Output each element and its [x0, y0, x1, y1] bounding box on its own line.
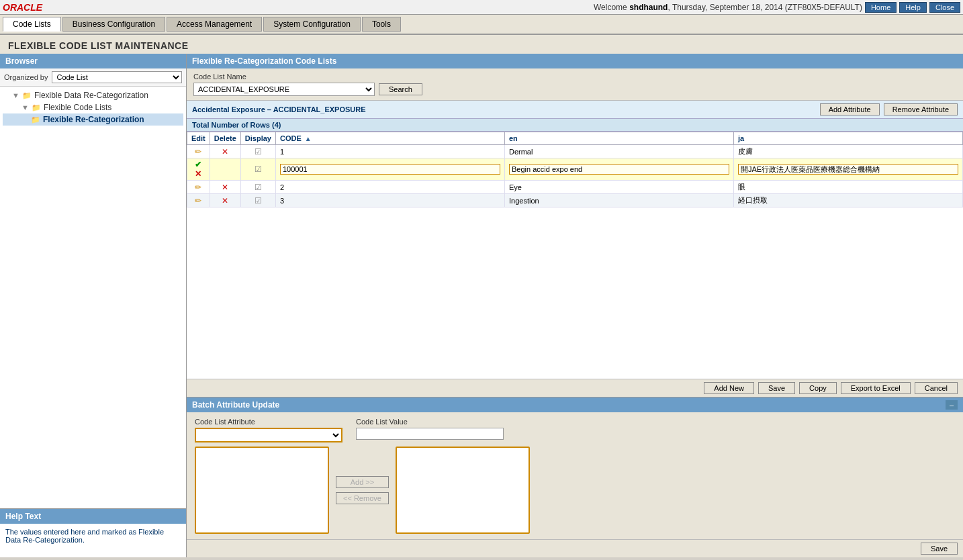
- en-cell-2-editing[interactable]: [504, 158, 733, 181]
- batch-value-input[interactable]: [356, 428, 504, 440]
- export-button[interactable]: Export to Excel: [841, 382, 911, 394]
- top-bar: ORACLE Welcome shdhaund, Thursday, Septe…: [0, 0, 963, 15]
- add-attribute-button[interactable]: Add Attribute: [820, 103, 880, 115]
- tree-item-root[interactable]: ▼ 📁 Flexible Data Re-Categorization: [3, 89, 183, 101]
- display-check-1[interactable]: ☑: [255, 147, 262, 156]
- batch-attribute-field: Code List Attribute: [195, 418, 342, 442]
- display-check-3[interactable]: ☑: [255, 183, 262, 192]
- table-row: ✏ ✕ ☑ 3 Ingestion 経口摂取: [187, 194, 963, 207]
- tree-label-sub2: Flexible Re-Categorization: [43, 115, 144, 124]
- tab-tools[interactable]: Tools: [362, 17, 401, 32]
- batch-target-list[interactable]: [396, 447, 530, 534]
- batch-attribute-select[interactable]: [195, 428, 342, 442]
- batch-add-button[interactable]: Add >>: [336, 476, 389, 488]
- add-new-button[interactable]: Add New: [704, 382, 754, 394]
- code-cell-4: 3: [275, 194, 504, 207]
- tab-business-config[interactable]: Business Configuration: [62, 17, 165, 32]
- cancel-icon-2[interactable]: ✕: [195, 169, 201, 179]
- edit-icon-4[interactable]: ✏: [195, 196, 201, 205]
- batch-save-bar: Save: [187, 539, 963, 557]
- close-button[interactable]: Close: [929, 2, 960, 13]
- code-cell-3: 2: [275, 181, 504, 194]
- ja-cell-3: 眼: [733, 181, 962, 194]
- col-header-delete: Delete: [210, 132, 240, 145]
- table-header-row: Edit Delete Display CODE ▲ en ja: [187, 132, 963, 145]
- batch-header: Batch Attribute Update –: [187, 398, 963, 412]
- batch-value-label: Code List Value: [356, 418, 504, 426]
- ja-input-2[interactable]: [738, 164, 958, 175]
- row-count: Total Number of Rows (4): [187, 119, 963, 132]
- tree-label-root: Flexible Data Re-Categorization: [34, 91, 148, 100]
- save-table-button[interactable]: Save: [758, 382, 795, 394]
- tree-item-sub1[interactable]: ▼ 📁 Flexible Code Lists: [3, 101, 183, 113]
- batch-lists-row: Add >> << Remove: [195, 447, 955, 534]
- sidebar: Browser Organized by Code List ▼ 📁 Flexi…: [0, 54, 187, 557]
- ja-cell-2-editing[interactable]: [733, 158, 962, 181]
- grid-container[interactable]: Edit Delete Display CODE ▲ en ja ✏ ✕: [187, 132, 963, 379]
- delete-icon-4[interactable]: ✕: [222, 196, 228, 205]
- main-layout: Browser Organized by Code List ▼ 📁 Flexi…: [0, 54, 963, 557]
- remove-attribute-button[interactable]: Remove Attribute: [884, 103, 958, 115]
- col-header-display: Display: [240, 132, 275, 145]
- folder-icon-sub2: 📁: [31, 115, 40, 124]
- table-row: ✏ ✕ ☑ 1 Dermal 皮膚: [187, 145, 963, 158]
- delete-icon-1[interactable]: ✕: [222, 147, 228, 156]
- batch-remove-button[interactable]: << Remove: [336, 492, 389, 504]
- action-bar: Add New Save Copy Export to Excel Cancel: [187, 379, 963, 397]
- oracle-logo: ORACLE: [3, 2, 42, 13]
- batch-save-button[interactable]: Save: [921, 543, 958, 555]
- search-button[interactable]: Search: [379, 83, 422, 95]
- table-title: Accidental Exposure – ACCIDENTAL_EXPOSUR…: [192, 105, 366, 113]
- col-header-en: en: [504, 132, 733, 145]
- col-header-edit: Edit: [187, 132, 210, 145]
- help-text-section: Help Text: [0, 508, 186, 524]
- ja-cell-4: 経口摂取: [733, 194, 962, 207]
- delete-icon-3[interactable]: ✕: [222, 183, 228, 192]
- help-text-content: The values entered here and marked as Fl…: [0, 524, 186, 557]
- page-title-bar: FLEXIBLE CODE LIST MAINTENANCE: [0, 35, 963, 54]
- batch-minimize-button[interactable]: –: [946, 400, 958, 410]
- code-input-2[interactable]: [280, 164, 500, 175]
- top-right: Welcome shdhaund, Thursday, September 18…: [594, 2, 960, 13]
- collapse-icon-sub1: ▼: [21, 103, 29, 111]
- attr-buttons: Add Attribute Remove Attribute: [820, 103, 958, 115]
- folder-icon-sub1: 📁: [32, 103, 41, 112]
- code-cell-2-editing[interactable]: [275, 158, 504, 181]
- collapse-icon: ▼: [12, 91, 19, 99]
- tab-system-config[interactable]: System Configuration: [263, 17, 361, 32]
- en-cell-1: Dermal: [504, 145, 733, 158]
- code-cell-1: 1: [275, 145, 504, 158]
- en-cell-3: Eye: [504, 181, 733, 194]
- folder-icon: 📁: [22, 91, 32, 100]
- table-section: Accidental Exposure – ACCIDENTAL_EXPOSUR…: [187, 101, 963, 397]
- display-check-2[interactable]: ☑: [255, 165, 262, 174]
- organized-by-row: Organized by Code List: [0, 68, 186, 87]
- table-row: ✏ ✕ ☑ 2 Eye 眼: [187, 181, 963, 194]
- tab-access-mgmt[interactable]: Access Management: [167, 17, 262, 32]
- batch-value-field: Code List Value: [356, 418, 504, 442]
- home-button[interactable]: Home: [865, 2, 897, 13]
- tab-code-lists[interactable]: Code Lists: [3, 17, 61, 32]
- edit-icon-3[interactable]: ✏: [195, 183, 201, 192]
- flexible-recode-header: Flexible Re-Categorization Code Lists: [187, 54, 963, 68]
- cancel-button[interactable]: Cancel: [915, 382, 958, 394]
- batch-attribute-label: Code List Attribute: [195, 418, 342, 426]
- tree-item-sub2[interactable]: 📁 Flexible Re-Categorization: [3, 113, 183, 126]
- en-cell-4: Ingestion: [504, 194, 733, 207]
- edit-icon-1[interactable]: ✏: [195, 147, 201, 156]
- welcome-text: Welcome shdhaund, Thursday, September 18…: [594, 3, 862, 12]
- organized-by-label: Organized by: [4, 73, 48, 81]
- help-button[interactable]: Help: [899, 2, 927, 13]
- copy-button[interactable]: Copy: [799, 382, 837, 394]
- batch-source-list[interactable]: [195, 447, 329, 534]
- code-list-select[interactable]: ACCIDENTAL_EXPOSURE: [193, 83, 375, 96]
- organized-by-select[interactable]: Code List: [52, 71, 182, 83]
- page-title: FLEXIBLE CODE LIST MAINTENANCE: [8, 40, 189, 51]
- tree-label-sub1: Flexible Code Lists: [44, 103, 111, 112]
- display-check-4[interactable]: ☑: [255, 196, 262, 205]
- sort-arrow-code: ▲: [305, 135, 312, 142]
- en-input-2[interactable]: [509, 164, 729, 175]
- batch-top-row: Code List Attribute Code List Value: [195, 418, 955, 442]
- code-list-search-row: ACCIDENTAL_EXPOSURE Search: [193, 83, 956, 96]
- confirm-icon-2[interactable]: ✔: [195, 160, 201, 169]
